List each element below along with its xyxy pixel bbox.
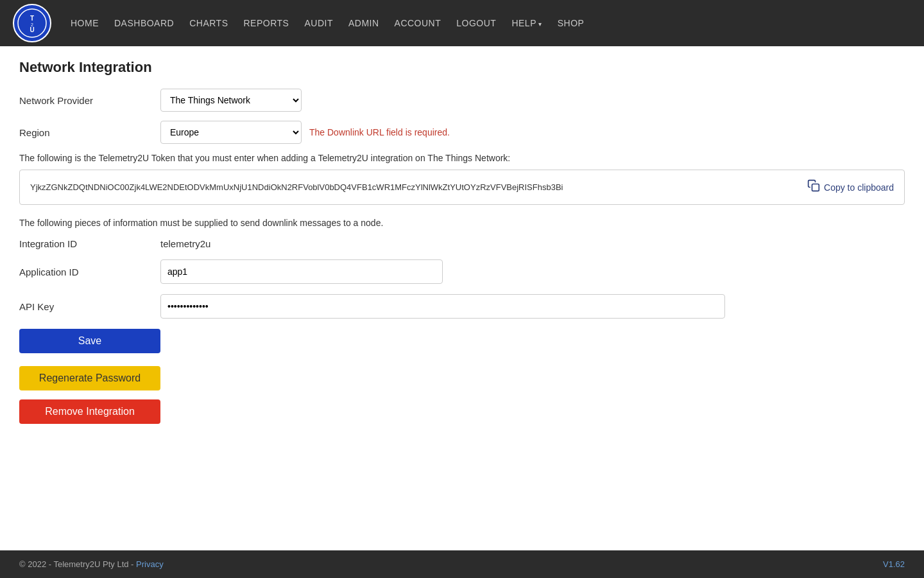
region-label: Region [19,127,160,138]
copy-label: Copy to clipboard [824,182,894,193]
nav-dashboard[interactable]: DASHBOARD [114,18,174,28]
nav-help[interactable]: HELP [511,18,542,28]
region-group: Region Europe US Asia The Downlink URL f… [19,121,905,144]
downlink-error: The Downlink URL field is required. [309,127,450,137]
clipboard-icon [807,179,820,195]
network-provider-select[interactable]: The Things Network Chirpstack TTI [160,89,302,112]
buttons-section: Save Regenerate Password Remove Integrat… [19,329,905,424]
svg-text:U: U [30,26,34,33]
network-provider-group: Network Provider The Things Network Chir… [19,89,905,112]
footer: © 2022 - Telemetry2U Pty Ltd - Privacy V… [0,550,924,578]
integration-id-value: telemetry2u [160,238,210,249]
nav-account[interactable]: ACCOUNT [395,18,441,28]
token-box: YjkzZGNkZDQtNDNiOC00Zjk4LWE2NDEtODVkMmUx… [19,170,905,205]
footer-copyright: © 2022 - Telemetry2U Pty Ltd - Privacy [19,559,164,569]
svg-text:T: T [30,15,34,22]
copyright-text: © 2022 - Telemetry2U Pty Ltd - [19,559,136,569]
application-id-group: Application ID [19,259,905,284]
save-button[interactable]: Save [19,329,160,353]
version-link[interactable]: V1.62 [883,559,905,569]
nav-audit[interactable]: AUDIT [304,18,333,28]
navbar: T 2 U HOME DASHBOARD CHARTS REPORTS AUDI… [0,0,924,46]
main-content: Network Integration Network Provider The… [0,46,924,550]
api-key-input[interactable] [160,294,725,319]
page-title: Network Integration [19,59,905,76]
nav-shop[interactable]: SHOP [558,18,585,28]
svg-rect-5 [812,184,819,191]
api-key-label: API Key [19,301,160,312]
token-description: The following is the Telemetry2U Token t… [19,153,905,163]
regenerate-password-button[interactable]: Regenerate Password [19,366,160,390]
application-id-input[interactable] [160,259,443,284]
integration-id-group: Integration ID telemetry2u [19,238,905,249]
remove-integration-button[interactable]: Remove Integration [19,399,160,424]
nav-logout[interactable]: LOGOUT [456,18,496,28]
nav-charts[interactable]: CHARTS [189,18,228,28]
token-value: YjkzZGNkZDQtNDNiOC00Zjk4LWE2NDEtODVkMmUx… [30,182,797,192]
copy-to-clipboard-button[interactable]: Copy to clipboard [797,179,894,195]
nav-links: HOME DASHBOARD CHARTS REPORTS AUDIT ADMI… [71,17,584,29]
region-select[interactable]: Europe US Asia [160,121,302,144]
network-provider-label: Network Provider [19,95,160,106]
logo[interactable]: T 2 U [13,4,51,42]
footer-version: V1.62 [883,559,905,569]
nav-admin[interactable]: ADMIN [348,18,379,28]
privacy-link[interactable]: Privacy [136,559,164,569]
api-key-group: API Key [19,294,905,319]
downlink-description: The following pieces of information must… [19,218,905,228]
application-id-label: Application ID [19,267,160,277]
integration-id-label: Integration ID [19,238,160,249]
nav-home[interactable]: HOME [71,18,99,28]
nav-reports[interactable]: REPORTS [244,18,289,28]
